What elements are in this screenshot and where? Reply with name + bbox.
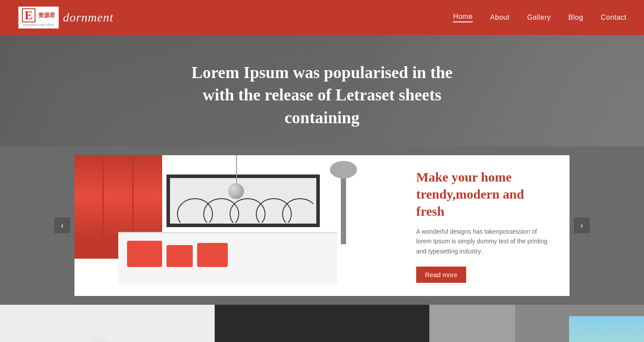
logo-url: eyunzhu.com/vdisk: [23, 22, 54, 27]
mirror-decoration: [166, 175, 320, 227]
carousel-description: A wonderful designs has takenpossession …: [416, 227, 552, 256]
logo-area: E 资源君 eyunzhu.com/vdisk dornment: [18, 6, 113, 29]
carousel-title-accent: fresh: [416, 204, 444, 218]
nav-home[interactable]: Home: [453, 13, 473, 22]
hero-section: Lorem Ipsum was popularised in the with …: [0, 35, 644, 146]
svg-point-0: [177, 199, 212, 223]
svg-point-3: [256, 199, 291, 223]
carousel-next-button[interactable]: ›: [574, 217, 590, 233]
nav-about[interactable]: About: [490, 14, 510, 21]
site-name: dornment: [63, 11, 113, 25]
site-header: E 资源君 eyunzhu.com/vdisk dornment Home Ab…: [0, 0, 644, 35]
svg-point-2: [230, 199, 265, 223]
carousel-title-plain: Make your home trendy,modern and: [416, 170, 524, 201]
carousel-content: Make your home trendy,modern and fresh A…: [399, 155, 570, 296]
carousel-title: Make your home trendy,modern and fresh: [416, 168, 552, 220]
logo-e-letter: E: [22, 8, 35, 22]
carousel-prev-button[interactable]: ‹: [54, 217, 70, 233]
carousel-section: ‹: [0, 146, 644, 305]
svg-point-1: [204, 199, 239, 223]
bottom-images-row: [0, 305, 644, 342]
logo-badge: E 资源君 eyunzhu.com/vdisk: [18, 6, 60, 29]
hero-title: Lorem Ipsum was popularised in the with …: [191, 61, 453, 129]
main-nav: Home About Gallery Blog Contact: [453, 13, 626, 22]
bottom-image-3: [429, 305, 644, 342]
read-more-button[interactable]: Read more: [416, 267, 466, 283]
logo-chinese-text: 资源君: [38, 11, 55, 19]
svg-point-4: [283, 199, 313, 223]
bottom-image-2: [215, 305, 429, 342]
carousel-image: [74, 155, 399, 285]
carousel-wrapper: ‹: [74, 155, 570, 296]
bottom-image-1: [0, 305, 215, 342]
nav-gallery[interactable]: Gallery: [527, 14, 551, 21]
nav-blog[interactable]: Blog: [568, 14, 583, 21]
nav-contact[interactable]: Contact: [601, 14, 626, 21]
